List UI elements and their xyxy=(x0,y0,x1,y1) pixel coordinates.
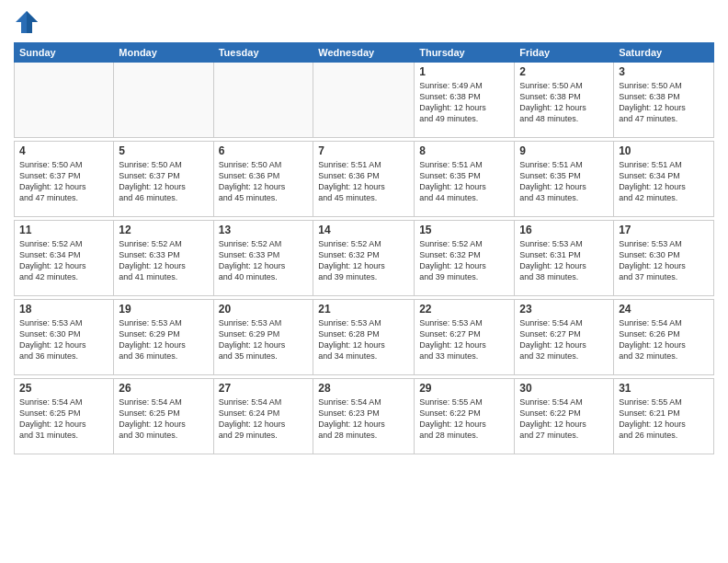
day-info: Sunrise: 5:50 AMSunset: 6:38 PMDaylight:… xyxy=(619,80,709,125)
day-info: Sunrise: 5:50 AMSunset: 6:38 PMDaylight:… xyxy=(519,80,609,125)
day-info: Sunrise: 5:51 AMSunset: 6:34 PMDaylight:… xyxy=(619,159,709,204)
day-number: 18 xyxy=(19,303,108,316)
day-info: Sunrise: 5:55 AMSunset: 6:21 PMDaylight:… xyxy=(619,396,709,442)
day-number: 5 xyxy=(119,144,208,157)
calendar-cell: 13Sunrise: 5:52 AMSunset: 6:33 PMDayligh… xyxy=(213,221,313,296)
calendar-header-wednesday: Wednesday xyxy=(313,43,415,63)
day-info: Sunrise: 5:53 AMSunset: 6:30 PMDaylight:… xyxy=(19,317,108,362)
calendar-cell: 1Sunrise: 5:49 AMSunset: 6:38 PMDaylight… xyxy=(415,63,515,138)
calendar-cell: 18Sunrise: 5:53 AMSunset: 6:30 PMDayligh… xyxy=(15,300,114,375)
calendar-cell: 14Sunrise: 5:52 AMSunset: 6:32 PMDayligh… xyxy=(313,221,415,296)
day-info: Sunrise: 5:53 AMSunset: 6:29 PMDaylight:… xyxy=(119,317,208,362)
day-number: 1 xyxy=(419,65,509,78)
day-info: Sunrise: 5:53 AMSunset: 6:29 PMDaylight:… xyxy=(219,317,309,362)
day-info: Sunrise: 5:51 AMSunset: 6:35 PMDaylight:… xyxy=(519,159,609,204)
day-info: Sunrise: 5:52 AMSunset: 6:34 PMDaylight:… xyxy=(19,238,108,283)
day-info: Sunrise: 5:50 AMSunset: 6:36 PMDaylight:… xyxy=(219,159,309,204)
calendar-cell xyxy=(114,63,213,138)
day-number: 28 xyxy=(318,382,409,395)
day-number: 14 xyxy=(318,224,409,236)
day-number: 23 xyxy=(519,303,609,316)
calendar-cell xyxy=(213,63,313,138)
calendar-week-1: 1Sunrise: 5:49 AMSunset: 6:38 PMDaylight… xyxy=(15,63,714,138)
calendar-cell: 22Sunrise: 5:53 AMSunset: 6:27 PMDayligh… xyxy=(415,300,515,375)
calendar-page: SundayMondayTuesdayWednesdayThursdayFrid… xyxy=(0,0,728,563)
day-number: 27 xyxy=(219,382,309,395)
day-info: Sunrise: 5:54 AMSunset: 6:22 PMDaylight:… xyxy=(519,396,609,442)
day-info: Sunrise: 5:53 AMSunset: 6:27 PMDaylight:… xyxy=(419,317,509,362)
day-info: Sunrise: 5:53 AMSunset: 6:28 PMDaylight:… xyxy=(318,317,409,362)
header xyxy=(14,9,714,35)
day-info: Sunrise: 5:53 AMSunset: 6:30 PMDaylight:… xyxy=(619,238,709,283)
day-number: 6 xyxy=(219,144,309,157)
calendar-week-3: 11Sunrise: 5:52 AMSunset: 6:34 PMDayligh… xyxy=(15,221,714,296)
day-info: Sunrise: 5:49 AMSunset: 6:38 PMDaylight:… xyxy=(419,80,509,125)
calendar-cell: 26Sunrise: 5:54 AMSunset: 6:25 PMDayligh… xyxy=(114,379,213,454)
calendar-table: SundayMondayTuesdayWednesdayThursdayFrid… xyxy=(14,42,714,454)
calendar-cell: 12Sunrise: 5:52 AMSunset: 6:33 PMDayligh… xyxy=(114,221,213,296)
day-number: 13 xyxy=(219,224,309,236)
svg-marker-1 xyxy=(27,11,38,33)
day-info: Sunrise: 5:52 AMSunset: 6:32 PMDaylight:… xyxy=(419,238,509,283)
calendar-header-sunday: Sunday xyxy=(15,43,114,63)
day-info: Sunrise: 5:51 AMSunset: 6:35 PMDaylight:… xyxy=(419,159,509,204)
calendar-cell xyxy=(313,63,415,138)
day-number: 10 xyxy=(619,144,709,157)
day-number: 8 xyxy=(419,144,509,157)
calendar-cell: 28Sunrise: 5:54 AMSunset: 6:23 PMDayligh… xyxy=(313,379,415,454)
day-number: 9 xyxy=(519,144,609,157)
logo-icon xyxy=(14,9,40,35)
calendar-cell: 5Sunrise: 5:50 AMSunset: 6:37 PMDaylight… xyxy=(114,142,213,217)
day-info: Sunrise: 5:50 AMSunset: 6:37 PMDaylight:… xyxy=(119,159,208,204)
logo xyxy=(14,9,43,35)
day-info: Sunrise: 5:54 AMSunset: 6:23 PMDaylight:… xyxy=(318,396,409,442)
day-info: Sunrise: 5:54 AMSunset: 6:25 PMDaylight:… xyxy=(19,396,108,442)
day-number: 11 xyxy=(19,224,108,236)
day-number: 15 xyxy=(419,224,509,236)
day-info: Sunrise: 5:54 AMSunset: 6:27 PMDaylight:… xyxy=(519,317,609,362)
day-number: 17 xyxy=(619,224,709,236)
day-number: 22 xyxy=(419,303,509,316)
day-info: Sunrise: 5:53 AMSunset: 6:31 PMDaylight:… xyxy=(519,238,609,283)
calendar-header-row: SundayMondayTuesdayWednesdayThursdayFrid… xyxy=(15,43,714,63)
day-number: 26 xyxy=(119,382,208,395)
calendar-cell: 17Sunrise: 5:53 AMSunset: 6:30 PMDayligh… xyxy=(614,221,714,296)
day-info: Sunrise: 5:52 AMSunset: 6:33 PMDaylight:… xyxy=(119,238,208,283)
calendar-cell: 10Sunrise: 5:51 AMSunset: 6:34 PMDayligh… xyxy=(614,142,714,217)
day-number: 31 xyxy=(619,382,709,395)
calendar-cell: 4Sunrise: 5:50 AMSunset: 6:37 PMDaylight… xyxy=(15,142,114,217)
calendar-header-friday: Friday xyxy=(515,43,614,63)
day-number: 19 xyxy=(119,303,208,316)
calendar-cell: 27Sunrise: 5:54 AMSunset: 6:24 PMDayligh… xyxy=(213,379,313,454)
calendar-cell xyxy=(15,63,114,138)
day-info: Sunrise: 5:52 AMSunset: 6:33 PMDaylight:… xyxy=(219,238,309,283)
day-number: 16 xyxy=(519,224,609,236)
calendar-cell: 23Sunrise: 5:54 AMSunset: 6:27 PMDayligh… xyxy=(515,300,614,375)
calendar-cell: 3Sunrise: 5:50 AMSunset: 6:38 PMDaylight… xyxy=(614,63,714,138)
calendar-week-2: 4Sunrise: 5:50 AMSunset: 6:37 PMDaylight… xyxy=(15,142,714,217)
day-number: 7 xyxy=(318,144,409,157)
calendar-header-monday: Monday xyxy=(114,43,213,63)
calendar-cell: 24Sunrise: 5:54 AMSunset: 6:26 PMDayligh… xyxy=(614,300,714,375)
calendar-cell: 16Sunrise: 5:53 AMSunset: 6:31 PMDayligh… xyxy=(515,221,614,296)
calendar-cell: 21Sunrise: 5:53 AMSunset: 6:28 PMDayligh… xyxy=(313,300,415,375)
calendar-week-4: 18Sunrise: 5:53 AMSunset: 6:30 PMDayligh… xyxy=(15,300,714,375)
calendar-header-tuesday: Tuesday xyxy=(213,43,313,63)
day-info: Sunrise: 5:54 AMSunset: 6:24 PMDaylight:… xyxy=(219,396,309,442)
day-number: 25 xyxy=(19,382,108,395)
calendar-cell: 30Sunrise: 5:54 AMSunset: 6:22 PMDayligh… xyxy=(515,379,614,454)
calendar-cell: 8Sunrise: 5:51 AMSunset: 6:35 PMDaylight… xyxy=(415,142,515,217)
calendar-cell: 6Sunrise: 5:50 AMSunset: 6:36 PMDaylight… xyxy=(213,142,313,217)
day-number: 29 xyxy=(419,382,509,395)
calendar-cell: 25Sunrise: 5:54 AMSunset: 6:25 PMDayligh… xyxy=(15,379,114,454)
calendar-cell: 2Sunrise: 5:50 AMSunset: 6:38 PMDaylight… xyxy=(515,63,614,138)
calendar-cell: 15Sunrise: 5:52 AMSunset: 6:32 PMDayligh… xyxy=(415,221,515,296)
calendar-cell: 31Sunrise: 5:55 AMSunset: 6:21 PMDayligh… xyxy=(614,379,714,454)
day-number: 21 xyxy=(318,303,409,316)
day-info: Sunrise: 5:52 AMSunset: 6:32 PMDaylight:… xyxy=(318,238,409,283)
day-number: 12 xyxy=(119,224,208,236)
day-info: Sunrise: 5:55 AMSunset: 6:22 PMDaylight:… xyxy=(419,396,509,442)
day-number: 4 xyxy=(19,144,108,157)
day-info: Sunrise: 5:54 AMSunset: 6:26 PMDaylight:… xyxy=(619,317,709,362)
calendar-cell: 11Sunrise: 5:52 AMSunset: 6:34 PMDayligh… xyxy=(15,221,114,296)
